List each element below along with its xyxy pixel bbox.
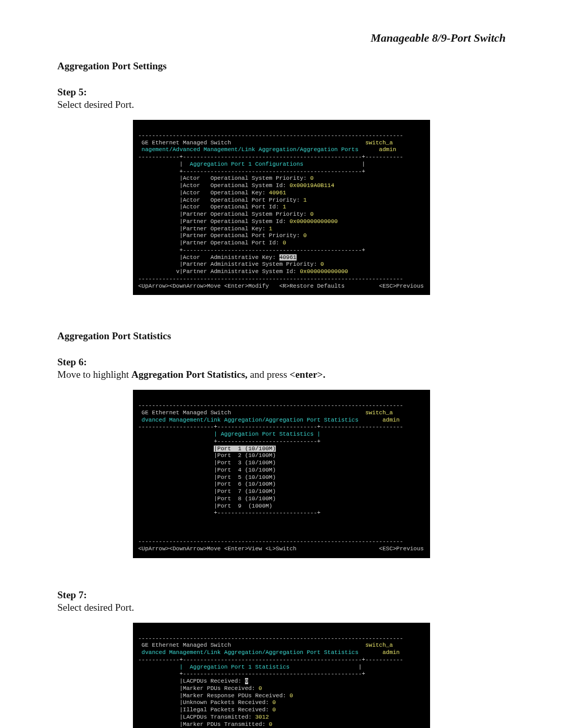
cfg-row: |Partner Operational Port Id: 0 — [179, 240, 286, 246]
step-7-body: Select desired Port. — [57, 602, 506, 613]
cfg-row: |Partner Operational System Priority: 0 — [179, 211, 313, 217]
divider: ----------------------------------------… — [138, 132, 403, 139]
port-row-selected[interactable]: |Port 1 (10/100M) — [214, 446, 276, 452]
terminal-screen-3: ----------------------------------------… — [133, 623, 430, 728]
stat-row-selected[interactable]: |LACPDUs Received: 0 — [179, 678, 248, 684]
terminal-breadcrumb: dvanced Management/Link Aggregation/Aggr… — [142, 417, 359, 423]
terminal-figure-1: ----------------------------------------… — [133, 120, 430, 295]
terminal-user: admin — [379, 146, 396, 153]
cfg-row: |Partner Operational Port Priority: 0 — [179, 232, 307, 239]
terminal-screen-1: ----------------------------------------… — [133, 120, 430, 295]
page-title: Manageable 8/9-Port Switch — [57, 31, 506, 45]
port-row[interactable]: |Port 5 (10/100M) — [214, 474, 276, 480]
port-row[interactable]: |Port 3 (10/100M) — [214, 460, 276, 466]
port-row[interactable]: |Port 8 (10/100M) — [214, 496, 276, 502]
terminal-brand: GE Ethernet Managed Switch — [142, 410, 231, 416]
cfg-row: |Actor Operational Port Priority: 1 — [179, 197, 307, 203]
port-row[interactable]: |Port 7 (10/100M) — [214, 488, 276, 495]
divider: ----------------------+-----------------… — [138, 424, 403, 430]
terminal-host: switch_a — [365, 140, 393, 146]
cfg-row: |Actor Operational Port Id: 1 — [179, 204, 286, 210]
stat-row: |Marker PDUs Received: 0 — [179, 685, 262, 692]
terminal-host: switch_a — [365, 642, 393, 648]
divider: ------------+---------------------------… — [138, 154, 403, 160]
cfg-row: |Partner Administrative System Priority:… — [179, 261, 324, 267]
stat-row: |Marker Response PDUs Received: 0 — [179, 693, 293, 699]
step-6-label: Step 6: — [57, 356, 506, 368]
terminal-figure-2: ----------------------------------------… — [133, 390, 430, 558]
divider: ----------------------------------------… — [138, 538, 403, 545]
stat-row: |Unknown Packets Received: 0 — [179, 699, 276, 706]
terminal-host: switch_a — [365, 410, 393, 416]
section-title-2: Aggregation Port Statistics — [57, 330, 506, 342]
cfg-row: |Partner Operational System Id: 0x000000… — [179, 218, 338, 225]
port-row[interactable]: |Port 4 (10/100M) — [214, 467, 276, 473]
stat-row: |Illegal Packets Received: 0 — [179, 707, 276, 713]
port-row[interactable]: |Port 6 (10/100M) — [214, 481, 276, 487]
terminal-figure-3: ----------------------------------------… — [133, 623, 430, 728]
terminal-breadcrumb: dvanced Management/Link Aggregation/Aggr… — [142, 649, 359, 656]
divider: ----------------------------------------… — [138, 402, 403, 409]
terminal-screen-2: ----------------------------------------… — [133, 390, 430, 558]
panel-title: | Aggregation Port Statistics | — [214, 431, 321, 437]
stat-row: |LACPDUs Transmitted: 3012 — [179, 714, 269, 720]
cfg-row: v|Partner Administrative System Id: 0x00… — [176, 268, 348, 275]
cfg-row: |Actor Operational System Id: 0x00019A0B… — [179, 182, 334, 189]
terminal-brand: GE Ethernet Managed Switch — [142, 140, 231, 146]
panel-title: Aggregation Port 1 Configurations — [190, 161, 303, 167]
cfg-row: |Actor Operational Key: 40961 — [179, 190, 286, 196]
terminal-brand: GE Ethernet Managed Switch — [142, 642, 231, 648]
port-row[interactable]: |Port 9 (1000M) — [214, 503, 272, 509]
step-7-label: Step 7: — [57, 589, 506, 601]
step-6-body: Move to highlight Aggregation Port Stati… — [57, 369, 506, 380]
terminal-user: admin — [383, 417, 400, 423]
cfg-row: |Partner Operational Key: 1 — [179, 226, 272, 232]
terminal-help-bar: <UpArrow><DownArrow>Move <Enter>View <L>… — [138, 546, 424, 552]
divider: ------------+---------------------------… — [138, 657, 403, 663]
terminal-breadcrumb: nagement/Advanced Management/Link Aggreg… — [142, 146, 359, 153]
panel-title: | Aggregation Port 1 Statistics — [179, 664, 289, 670]
cfg-row-selected[interactable]: |Actor Administrative Key: 40961 — [179, 254, 296, 261]
section-title-1: Aggregation Port Settings — [57, 60, 506, 72]
port-row[interactable]: |Port 2 (10/100M) — [214, 452, 276, 459]
terminal-help-bar: <UpArrow><DownArrow>Move <Enter>Modify <… — [138, 283, 424, 289]
divider: ----------------------------------------… — [138, 276, 403, 282]
stat-row: |Marker PDUs Transmitted: 0 — [179, 721, 272, 727]
step-5-label: Step 5: — [57, 87, 506, 98]
terminal-user: admin — [383, 649, 400, 656]
cfg-row: |Actor Operational System Priority: 0 — [179, 175, 313, 181]
step-5-body: Select desired Port. — [57, 99, 506, 110]
divider: ----------------------------------------… — [138, 635, 403, 641]
